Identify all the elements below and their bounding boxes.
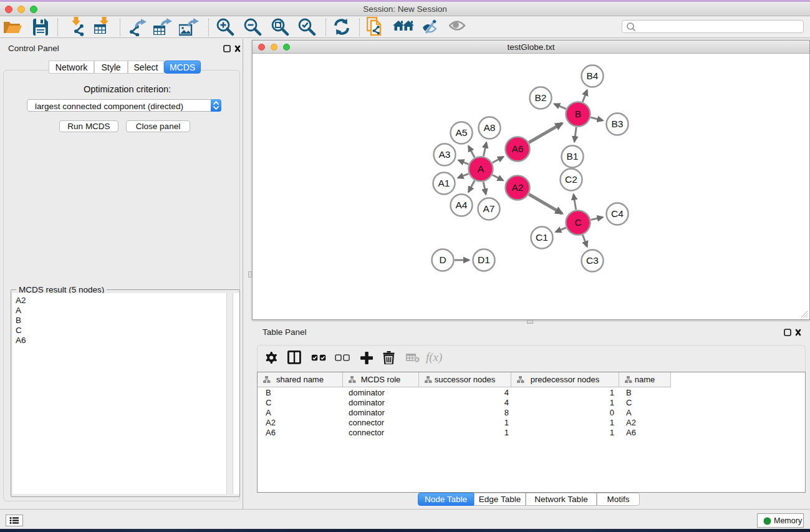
svg-text:A3: A3	[439, 149, 451, 160]
svg-text:A5: A5	[456, 127, 468, 138]
svg-text:A2: A2	[512, 182, 524, 193]
svg-text:C3: C3	[586, 255, 599, 266]
svg-text:C2: C2	[565, 174, 577, 185]
svg-text:B1: B1	[567, 151, 579, 162]
svg-text:A6: A6	[512, 143, 524, 154]
svg-text:f(x): f(x)	[426, 352, 442, 364]
svg-text:A7: A7	[483, 203, 495, 214]
svg-text:B2: B2	[535, 92, 547, 103]
svg-text:B3: B3	[612, 118, 624, 129]
svg-text:B4: B4	[587, 70, 599, 81]
svg-text:A: A	[478, 163, 485, 174]
svg-text:A4: A4	[456, 200, 468, 210]
svg-text:C4: C4	[611, 208, 624, 219]
svg-text:D: D	[439, 254, 446, 265]
svg-text:C1: C1	[536, 232, 548, 243]
svg-text:A8: A8	[484, 122, 496, 133]
svg-text:A1: A1	[438, 178, 450, 188]
svg-text:C: C	[574, 217, 581, 228]
svg-text:D1: D1	[478, 254, 490, 265]
svg-text:B: B	[575, 109, 581, 119]
